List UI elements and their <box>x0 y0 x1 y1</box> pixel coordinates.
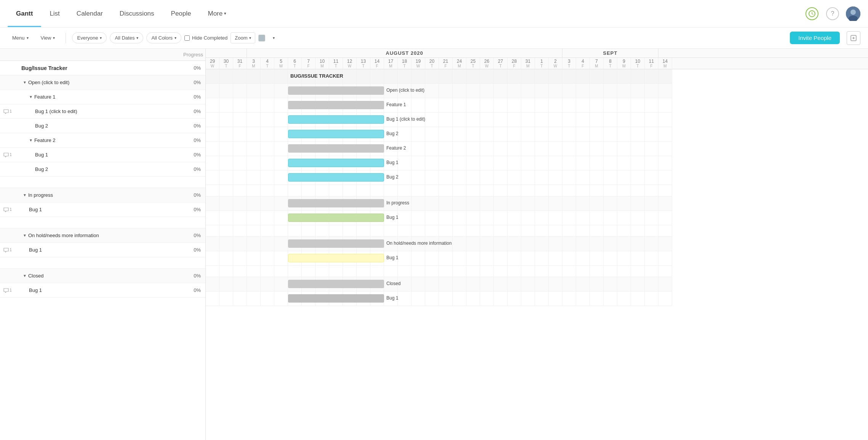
day-cell: 3M <box>247 58 261 69</box>
chevron-down-icon: ▾ <box>249 36 251 40</box>
comment-bubble[interactable]: 1 <box>3 109 12 114</box>
hide-completed-wrap: Hide Completed <box>184 35 227 41</box>
row-name-bug1a[interactable]: Bug 1 (click to edit) <box>15 104 179 118</box>
right-panel[interactable]: AUGUST 2020SEPT29W30T31F3M4T5W6T7F10M11T… <box>206 49 868 440</box>
tab-list[interactable]: List <box>41 0 68 27</box>
row-name-bug1c[interactable]: Bug 1 <box>15 202 179 217</box>
month-cell: AUGUST 2020 <box>247 49 562 57</box>
chart-row <box>206 225 672 237</box>
comment-bubble-2[interactable]: 1 <box>3 153 12 157</box>
gantt-bar[interactable] <box>288 173 384 182</box>
chart-row: Open (click to edit) <box>206 84 672 98</box>
row-name-inprog[interactable]: ▼ In progress <box>15 188 179 202</box>
tab-calendar[interactable]: Calendar <box>68 0 111 27</box>
day-cell: 9W <box>617 58 631 69</box>
row-name-root[interactable]: Bug/Issue Tracker <box>15 61 179 75</box>
menu-button[interactable]: Menu ▾ <box>8 33 33 43</box>
tab-more[interactable]: More ▾ <box>200 0 235 27</box>
nav-tabs: Gantt List Calendar Discussions People M… <box>8 0 235 27</box>
progress-header: Progress <box>179 49 205 61</box>
day-cell: 7M <box>590 58 604 69</box>
day-cell: 11F <box>645 58 658 69</box>
svg-line-2 <box>812 14 813 14</box>
comment-bubble-3[interactable]: 1 <box>3 207 12 212</box>
color-dropdown-btn[interactable]: ▾ <box>268 33 279 42</box>
chart-row: Bug 1 <box>206 211 672 225</box>
gantt-bar[interactable] <box>288 239 384 248</box>
avatar[interactable] <box>846 6 860 21</box>
gantt-chart: AUGUST 2020SEPT29W30T31F3M4T5W6T7F10M11T… <box>206 49 868 306</box>
export-button[interactable] <box>847 31 860 45</box>
spacer-1 <box>0 177 205 188</box>
spacer-3 <box>0 257 205 269</box>
day-cell: 20T <box>425 58 439 69</box>
all-dates-filter[interactable]: All Dates ▾ <box>110 32 143 43</box>
day-cell: 25T <box>466 58 480 69</box>
tab-gantt[interactable]: Gantt <box>8 0 41 27</box>
day-cell: 6T <box>288 58 302 69</box>
gantt-bar[interactable] <box>288 130 384 138</box>
day-cell: 17M <box>384 58 398 69</box>
row-name-onhold[interactable]: ▼ On hold/needs more information <box>15 228 179 242</box>
chart-row: Bug 2 <box>206 171 672 185</box>
bar-label: Open (click to edit) <box>386 88 424 93</box>
bar-label: Bug 1 <box>386 215 398 220</box>
chevron-down-icon: ▾ <box>136 36 138 40</box>
chart-row: Bug 2 <box>206 127 672 142</box>
task-name-header <box>15 49 179 61</box>
clock-button[interactable] <box>805 6 819 21</box>
row-name-bug1b[interactable]: Bug 1 <box>15 148 179 162</box>
day-cell: 31M <box>521 58 535 69</box>
row-name-bug1d[interactable]: Bug 1 <box>15 243 179 257</box>
row-bug1b: 1 Bug 1 0% <box>0 148 205 162</box>
row-name-bug1e[interactable]: Bug 1 <box>15 283 179 297</box>
chart-row: In progress <box>206 196 672 211</box>
hide-completed-checkbox[interactable] <box>184 35 190 41</box>
gantt-bar[interactable] <box>288 254 384 262</box>
tab-people[interactable]: People <box>163 0 200 27</box>
day-cell: 8T <box>604 58 617 69</box>
gantt-bar[interactable] <box>288 115 384 124</box>
bar-label: Feature 1 <box>386 102 406 107</box>
gantt-bar[interactable] <box>288 159 384 167</box>
chart-row: Feature 2 <box>206 142 672 156</box>
row-feature1: ▼ Feature 1 0% <box>0 90 205 104</box>
bar-label: On hold/needs more information <box>386 241 452 246</box>
zoom-button[interactable]: Zoom ▾ <box>231 32 255 43</box>
chevron-down-icon: ▾ <box>224 11 226 16</box>
day-cell: 4F <box>576 58 590 69</box>
gantt-bar[interactable] <box>288 214 384 222</box>
chart-row <box>206 266 672 277</box>
gantt-bar[interactable] <box>288 144 384 153</box>
all-colors-filter[interactable]: All Colors ▾ <box>146 32 181 43</box>
row-name-closed[interactable]: ▼ Closed <box>15 269 179 283</box>
bar-label: Bug 1 <box>386 295 398 301</box>
tab-discussions[interactable]: Discussions <box>111 0 163 27</box>
help-button[interactable]: ? <box>825 6 840 21</box>
comment-bubble-4[interactable]: 1 <box>3 248 12 252</box>
chart-row: Bug 1 (click to edit) <box>206 113 672 127</box>
row-name-bug2b[interactable]: Bug 2 <box>15 162 179 176</box>
row-name-feature2[interactable]: ▼ Feature 2 <box>15 133 179 147</box>
day-cell: 24M <box>453 58 466 69</box>
gantt-bar[interactable] <box>288 280 384 288</box>
view-button[interactable]: View ▾ <box>36 33 60 43</box>
comment-bubble-5[interactable]: 1 <box>3 288 12 293</box>
chart-row: BUG/ISSUE TRACKER <box>206 69 672 84</box>
gantt-bar[interactable] <box>288 101 384 109</box>
gantt-bar[interactable] <box>288 199 384 207</box>
row-name-bug2a[interactable]: Bug 2 <box>15 119 179 133</box>
gantt-bar[interactable] <box>288 86 384 95</box>
chevron-down-icon: ▾ <box>27 36 29 40</box>
gantt-bar[interactable] <box>288 294 384 303</box>
everyone-filter[interactable]: Everyone ▾ <box>72 32 107 43</box>
invite-people-button[interactable]: Invite People <box>790 32 840 44</box>
row-inprog: ▼ In progress 0% <box>0 188 205 202</box>
row-root: Bug/Issue Tracker 0% <box>0 61 205 75</box>
row-name-open[interactable]: ▼ Open (click to edit) <box>15 75 179 89</box>
gantt-container: Progress Bug/Issue Tracker 0% ▼ Open (cl… <box>0 49 868 440</box>
day-cell: 3T <box>562 58 576 69</box>
day-cell: 19W <box>412 58 425 69</box>
chart-row: Bug 1 <box>206 156 672 171</box>
row-name-feature1[interactable]: ▼ Feature 1 <box>15 90 179 104</box>
